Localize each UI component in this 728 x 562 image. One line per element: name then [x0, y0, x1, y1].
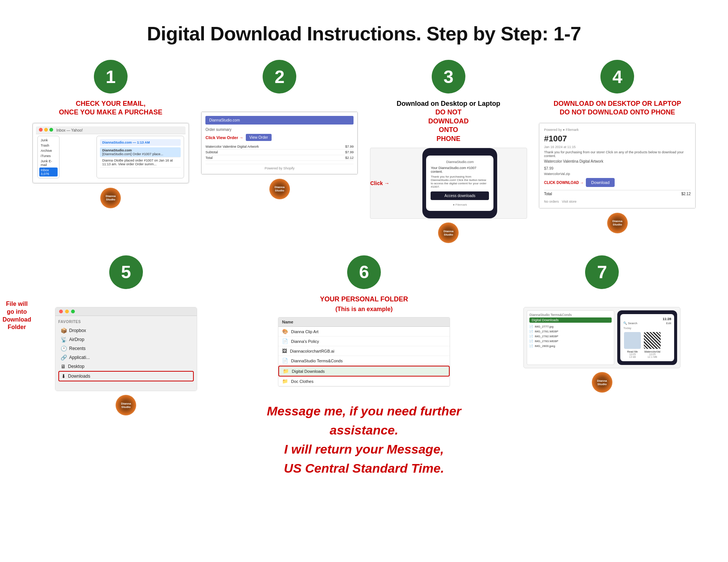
sidebar-itunes: iTunes — [39, 153, 58, 159]
folder-policy: 📄 Dianna's Policy — [278, 337, 450, 346]
view-order-arrow: Click View Order → — [205, 135, 243, 140]
recents-icon: 🕐 — [61, 346, 67, 351]
favorites-title: Favorites — [58, 320, 194, 324]
step-3-logo: DiannaStudio — [437, 222, 460, 244]
terms-label: DiannaStudio Terms&Conds — [291, 359, 343, 363]
step-7-image: DiannaStudio Terms&Conds Digital Downloa… — [523, 307, 680, 368]
view-order-button[interactable]: View Order — [246, 134, 272, 141]
step-3-label: Download on Desktop or Laptop DO NOTDOWN… — [397, 99, 500, 143]
message-line-1: Message me, if you need further assistan… — [260, 402, 469, 440]
finder-desktop: 🖥 Desktop — [58, 362, 194, 371]
folder-digital-downloads[interactable]: 📁 Digital Downloads — [278, 366, 450, 377]
finder-airdrop: 📡 AirDrop — [58, 335, 194, 344]
file-icon-4: 📄 — [529, 340, 533, 343]
phone-screen-7: 11:28 🔍 Search Edit Today Read Me 12/25 — [617, 310, 677, 365]
clip-art-icon: 🎨 — [282, 329, 288, 334]
folder-header: Name — [278, 317, 450, 327]
downloads-label: Downloads — [68, 374, 90, 379]
doc-clothes-label: Doc Clothes — [291, 379, 313, 384]
product-price: $7.99 — [544, 166, 691, 171]
step-7-number: 7 — [585, 255, 619, 289]
step-3-image: Click → DiannaStudio.com Your DiannaStud… — [370, 148, 527, 219]
finder-downloads[interactable]: ⬇ Downloads — [58, 371, 194, 381]
order-date: Jan 16 2024 at 11:15 — [544, 145, 691, 149]
phone-mockup-3: DiannaStudio.com Your DiannaStudio.com #… — [422, 148, 497, 218]
digital-downloads-folder: Digital Downloads — [529, 317, 612, 323]
doc-clothes-icon: 📁 — [282, 378, 288, 384]
finder-titlebar — [55, 307, 197, 316]
folder-terms: 📄 DiannaStudio Terms&Conds — [278, 356, 450, 366]
thumb-image-1 — [624, 332, 641, 349]
step-2-logo: DiannaStudio — [268, 178, 291, 200]
total-label: Total — [544, 192, 552, 196]
finder-dropbox: 📦 Dropbox — [58, 326, 194, 335]
phone-time-7: 11:28 — [623, 317, 671, 321]
step-2-image: DiannaStudio.com Order summary Click Vie… — [201, 111, 358, 175]
color-chart-label: DiannacolorchartRGB.ai — [290, 349, 334, 353]
email-header: DiannaStudio.com — 1:13 AM — [100, 139, 181, 146]
today-label: Today — [623, 326, 671, 330]
step-1-label: CHECK YOUR EMAIL,ONCE YOU MAKE A PURCHAS… — [59, 99, 162, 118]
order-section: Watercolor Valentine Digital Artwork$7.9… — [205, 144, 354, 161]
step-1: 1 CHECK YOUR EMAIL,ONCE YOU MAKE A PURCH… — [30, 60, 192, 244]
click-arrow-3: Click → — [370, 180, 389, 186]
file-row-2: 📄 IMG_2781.WEBP — [529, 329, 612, 334]
step-3: 3 Download on Desktop or Laptop DO NOTDO… — [368, 60, 529, 244]
sidebar-archive: Archive — [39, 148, 58, 153]
finder-recents: 🕐 Recents — [58, 344, 194, 353]
message-line-2: I will return your Message, — [260, 440, 469, 459]
download-btn[interactable]: Download — [586, 178, 615, 187]
search-label-7: 🔍 Search — [623, 322, 637, 325]
step-6-sublabel: (This is an example) — [336, 306, 393, 313]
bottom-message: Message me, if you need further assistan… — [230, 387, 499, 500]
thumb-image-2 — [644, 332, 661, 349]
step-4: 4 DOWNLOAD ON DESKTOP OR LAPTOPDO NOT DO… — [537, 60, 698, 244]
thumbnails-row: Read Me 12/25 13 kB WatercolorVal 12/25 … — [623, 331, 671, 358]
email-main: DiannaStudio.com — 1:13 AM DiannaStudio.… — [97, 136, 184, 178]
file-name: WatercolorVal.zip — [544, 172, 691, 176]
order-row-3: Total$2.12 — [205, 155, 354, 161]
file-row-5: 📄 IMG_2800.jpeg — [529, 344, 612, 348]
top-steps-row: 1 CHECK YOUR EMAIL,ONCE YOU MAKE A PURCH… — [0, 60, 728, 244]
digital-downloads-label: Digital Downloads — [292, 369, 325, 374]
file-row-1: 📄 IMG_2777.jpg — [529, 324, 612, 329]
total-value: $2.12 — [681, 192, 691, 196]
order-row-1: Watercolor Valentine Digital Artwork$7.9… — [205, 144, 354, 150]
thumb-date-2: 12/25 — [643, 353, 661, 356]
finder-applications: 🔗 Applicati... — [58, 353, 194, 362]
logo-circle-7: DiannaStudio — [592, 372, 612, 393]
file-row-3: 📄 IMG_2782.WEBP — [529, 334, 612, 339]
thumb-1: Read Me 12/25 13 kB — [623, 331, 642, 358]
step-7-logo: DiannaStudio — [591, 371, 613, 394]
digital-downloads-icon: 📁 — [283, 368, 289, 374]
thumb-date-1: 12/25 — [623, 353, 642, 356]
email-titlebar: Inbox — Yahoo! — [36, 126, 186, 134]
step-6-and-message: 6 YOUR PERSONAL FOLDER (This is an examp… — [230, 255, 499, 500]
step-4-image: Powered by ● Filemark #1007 Jan 16 2024 … — [539, 123, 696, 209]
access-downloads-btn[interactable]: Access downloads — [431, 191, 489, 200]
step-5: 5 File willgo intoDownloadFolder Favorit… — [30, 255, 222, 500]
thank-you-text: Thank you for purchasing from DiannaStud… — [431, 175, 489, 188]
step-6-image: Name 🎨 Dianna Clip Art 📄 Dianna's Policy… — [278, 317, 450, 387]
terms-icon: 📄 — [282, 358, 288, 363]
thumb-2: WatercolorVal 12/25 12.1 MB — [643, 331, 661, 358]
thumb-size-2: 12.1 MB — [643, 356, 661, 358]
sidebar-junk-email: Junk E-mail — [39, 159, 58, 168]
folder-color-chart: 🖼 DiannacolorchartRGB.ai — [278, 346, 450, 356]
file-icon-5: 📄 — [529, 344, 533, 348]
sidebar-inbox: Inbox 3,076 — [39, 168, 58, 176]
finder-sidebar: Favorites 📦 Dropbox 📡 AirDrop 🕐 Recents — [55, 316, 197, 391]
step-1-number: 1 — [94, 60, 128, 93]
step-5-left-text: File willgo intoDownloadFolder — [0, 300, 34, 331]
dropbox-label: Dropbox — [69, 328, 86, 333]
step-4-label: DOWNLOAD ON DESKTOP OR LAPTOPDO NOT DOWN… — [554, 99, 681, 118]
step-3-number: 3 — [432, 60, 465, 93]
message-line-3: US Central Standard Time. — [260, 459, 469, 478]
step-5-number: 5 — [109, 255, 143, 289]
step-6-label: YOUR PERSONAL FOLDER — [320, 295, 408, 304]
desktop-label: Desktop — [68, 364, 85, 369]
file-icon-3: 📄 — [529, 335, 533, 338]
step-2-number: 2 — [263, 60, 296, 93]
step-5-logo: DiannaStudio — [115, 394, 137, 417]
phone-screen-3: DiannaStudio.com Your DiannaStudio.com #… — [426, 156, 493, 211]
